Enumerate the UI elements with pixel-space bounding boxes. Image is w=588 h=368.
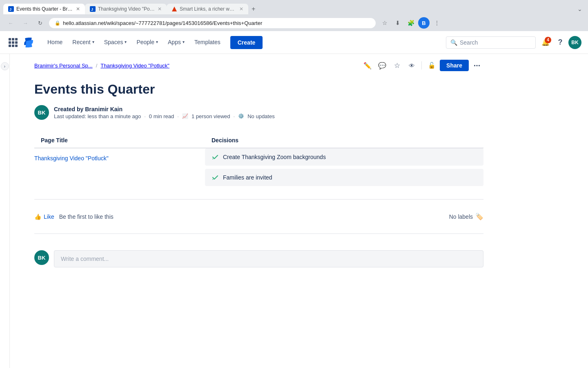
breadcrumb-toolbar: Branimir's Personal Sp... / Thanksgiving…: [34, 54, 483, 72]
like-button[interactable]: 👍 Like: [34, 213, 54, 220]
like-prompt-text: Be the first to like this: [59, 213, 114, 220]
browser-tab-1[interactable]: J Events this Quarter - Branimic ✕: [3, 4, 85, 14]
apps-chevron-icon: ▾: [183, 40, 185, 44]
star-icon: ☆: [394, 61, 400, 70]
new-tab-button[interactable]: +: [248, 3, 258, 15]
decisions-table: Page Title Decisions Thanksgiving Video …: [34, 133, 483, 189]
help-icon: ?: [558, 38, 563, 47]
sidebar-toggle-button[interactable]: ›: [1, 62, 9, 70]
updates-status: No updates: [247, 113, 275, 119]
nav-people[interactable]: People ▾: [131, 31, 163, 54]
nav-recent[interactable]: Recent ▾: [67, 31, 99, 54]
search-icon: 🔍: [450, 39, 457, 46]
commenter-avatar: BK: [34, 250, 49, 265]
edit-icon: ✏️: [363, 62, 372, 70]
content-divider: [34, 199, 483, 200]
comment-icon: 💬: [378, 62, 386, 70]
restrict-button[interactable]: 🔓: [425, 59, 438, 72]
thumbs-up-icon: 👍: [34, 213, 41, 220]
table-row: Thanksgiving Video "Potluck": [34, 148, 483, 189]
author-section: BK Created by Branimir Kain Last updated…: [34, 105, 483, 120]
notifications-button[interactable]: 🔔 4: [539, 36, 552, 49]
app-navigation: Home Recent ▾ Spaces ▾ People ▾ Apps ▾ T…: [0, 31, 588, 54]
like-section: 👍 Like Be the first to like this No labe…: [34, 209, 483, 224]
comment-placeholder: Write a comment...: [61, 256, 109, 262]
decision-text-1: Create Thanksgiving Zoom backgrounds: [223, 154, 326, 160]
tab-close-1[interactable]: ✕: [76, 6, 80, 12]
main-content: Branimir's Personal Sp... / Thanksgiving…: [10, 54, 588, 368]
sidebar-toggle-area: ›: [0, 54, 10, 368]
svg-marker-4: [172, 7, 177, 11]
decision-icon-2: [212, 174, 219, 181]
page-link[interactable]: Thanksgiving Video "Potluck": [34, 155, 109, 162]
user-avatar[interactable]: BK: [568, 36, 581, 49]
nav-templates[interactable]: Templates: [189, 31, 225, 54]
confluence-logo[interactable]: [21, 35, 36, 50]
notification-badge: 4: [545, 37, 551, 43]
no-labels-text: No labels: [449, 213, 473, 220]
browser-menu-icon[interactable]: ⋮: [431, 17, 443, 29]
star-button[interactable]: ☆: [390, 59, 403, 72]
extensions-icon[interactable]: 🧩: [405, 17, 416, 29]
search-box[interactable]: 🔍 Search: [446, 36, 536, 49]
share-button[interactable]: Share: [440, 60, 469, 71]
meta-separator-1: ·: [144, 113, 146, 119]
breadcrumb-separator: /: [96, 63, 98, 69]
tab-title-1: Events this Quarter - Branimic: [16, 6, 74, 12]
breadcrumb-page-link[interactable]: Thanksgiving Video "Potluck": [100, 63, 169, 69]
watch-button[interactable]: 👁: [405, 59, 418, 72]
label-tag-icon: 🏷️: [475, 213, 483, 220]
author-meta: Last updated: less than a minute ago · 0…: [54, 113, 275, 119]
ellipsis-icon: ···: [474, 61, 481, 70]
tab-favicon-3: [172, 6, 177, 12]
edit-button[interactable]: ✏️: [361, 59, 374, 72]
forward-button[interactable]: →: [20, 17, 31, 29]
download-icon[interactable]: ⬇: [392, 17, 403, 29]
comment-divider: [34, 233, 483, 234]
breadcrumb-space-link[interactable]: Branimir's Personal Sp...: [34, 63, 93, 69]
recent-chevron-icon: ▾: [92, 40, 94, 44]
nav-home[interactable]: Home: [42, 31, 67, 54]
lock-page-icon: 🔓: [428, 62, 436, 69]
tab-close-2[interactable]: ✕: [158, 6, 162, 12]
reload-button[interactable]: ↻: [34, 17, 46, 29]
meta-separator-3: ·: [234, 113, 235, 119]
author-details: Created by Branimir Kain Last updated: l…: [54, 106, 275, 119]
app-switcher-button[interactable]: [7, 36, 20, 49]
read-time: 0 min read: [149, 113, 174, 119]
last-updated: Last updated: less than a minute ago: [54, 113, 141, 119]
tab-title-2: Thanksgiving Video "Potluck": [98, 6, 155, 12]
more-actions-button[interactable]: ···: [470, 59, 483, 72]
decision-text-2: Families are invited: [223, 174, 272, 181]
comment-input[interactable]: Write a comment...: [54, 250, 483, 267]
tab-close-3[interactable]: ✕: [239, 6, 243, 12]
eye-icon: 👁: [409, 62, 415, 69]
spaces-chevron-icon: ▾: [125, 40, 127, 44]
toolbar-divider: [421, 61, 422, 70]
author-name: Created by Branimir Kain: [54, 106, 275, 112]
decision-item-1: Create Thanksgiving Zoom backgrounds: [205, 148, 483, 166]
bookmark-star-icon[interactable]: ☆: [379, 17, 390, 29]
browser-tab-2[interactable]: J Thanksgiving Video "Potluck" ✕: [85, 4, 167, 14]
address-text: hello.atlassian.net/wiki/spaces/~7777227…: [63, 20, 370, 26]
create-button[interactable]: Create: [230, 36, 263, 49]
decision-icon-1: [212, 153, 219, 161]
views-count: 1 person viewed: [192, 113, 230, 119]
decision-item-2: Families are invited: [205, 169, 483, 186]
tab-favicon-1: J: [8, 6, 14, 12]
address-bar[interactable]: 🔒 hello.atlassian.net/wiki/spaces/~77772…: [49, 18, 376, 28]
nav-apps[interactable]: Apps ▾: [163, 31, 189, 54]
nav-spaces[interactable]: Spaces ▾: [99, 31, 132, 54]
author-avatar: BK: [34, 105, 49, 120]
browser-tab-3[interactable]: Smart Links, a richer way to h... ✕: [167, 4, 248, 14]
comment-button[interactable]: 💬: [376, 59, 389, 72]
help-button[interactable]: ?: [554, 36, 567, 49]
meta-separator-2: ·: [177, 113, 179, 119]
comment-section: BK Write a comment...: [34, 244, 483, 274]
back-button[interactable]: ←: [5, 17, 16, 29]
tab-collapse-button[interactable]: ⌄: [575, 3, 585, 15]
people-chevron-icon: ▾: [156, 40, 158, 44]
user-profile-icon[interactable]: B: [418, 17, 430, 29]
svg-text:J: J: [9, 7, 11, 11]
col-page-title: Page Title: [34, 133, 205, 148]
